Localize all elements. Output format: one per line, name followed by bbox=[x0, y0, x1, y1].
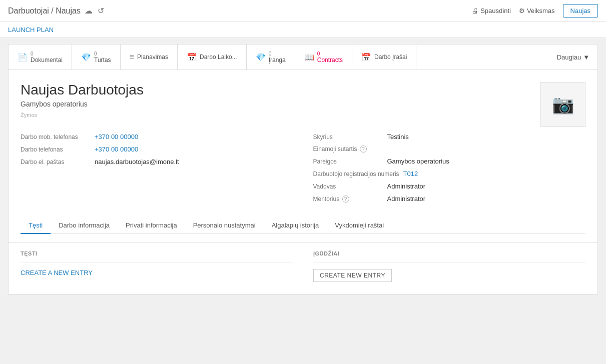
sub-tab-privati[interactable]: Privati informacija bbox=[118, 218, 185, 234]
tab-dokumentai[interactable]: 📄 0 Dokumentai bbox=[9, 44, 72, 70]
top-bar: Darbuotojai / Naujas ☁ ↺ 🖨 Spausdinti ⚙ … bbox=[0, 0, 606, 22]
tab-darbo-laikas[interactable]: 📅 Darbo Laiko... bbox=[178, 44, 247, 70]
tab-navigation: 📄 0 Dokumentai 💎 0 Turtas ≡ Planavimas 📅… bbox=[8, 44, 598, 70]
employee-left: Naujas Darbuotojas Gamybos operatorius Ž… bbox=[21, 82, 144, 124]
mentorius-value: Administrator bbox=[387, 195, 426, 202]
tab-contracts[interactable]: 📖 0 Contracts bbox=[295, 44, 352, 70]
launch-bar: LAUNCH PLAN bbox=[0, 22, 606, 38]
gear-icon: ⚙ bbox=[519, 7, 525, 14]
field-skyrius: Skyrius Testinis bbox=[313, 133, 586, 140]
field-mentorius: Mentorius ? Administrator bbox=[313, 195, 586, 202]
vadovas-value: Administrator bbox=[387, 182, 426, 190]
tags-label: Žymos bbox=[21, 112, 144, 118]
employee-card: Naujas Darbuotojas Gamybos operatorius Ž… bbox=[8, 70, 598, 242]
field-email: Darbo el. paštas naujas.darbuotojas@imon… bbox=[21, 158, 293, 166]
fields-left: Darbo mob. telefonas +370 00 00000 Darbo… bbox=[21, 133, 293, 208]
skyrius-value: Testinis bbox=[387, 133, 409, 140]
photo-placeholder[interactable]: 📷 bbox=[540, 82, 585, 127]
sutartis-help-icon[interactable]: ? bbox=[360, 146, 367, 152]
field-reg-numeris: Darbuotojo registracijos numeris T012 bbox=[313, 170, 586, 178]
email-value: naujas.darbuotojas@imone.lt bbox=[95, 158, 179, 166]
action-link[interactable]: ⚙ Veiksmas bbox=[519, 7, 555, 14]
field-pareigos: Pareigos Gamybos operatorius bbox=[313, 158, 586, 165]
planning-icon: ≡ bbox=[130, 52, 134, 62]
launch-plan-link[interactable]: LAUNCH PLAN bbox=[8, 26, 54, 34]
pareigos-value: Gamybos operatorius bbox=[387, 158, 449, 165]
camera-icon: 📷 bbox=[552, 94, 574, 115]
field-work-phone: Darbo telefonas +370 00 00000 bbox=[21, 146, 293, 153]
cloud-icon[interactable]: ☁ bbox=[85, 6, 93, 16]
reg-numeris-value[interactable]: T012 bbox=[403, 170, 418, 178]
tab-turtas[interactable]: 💎 0 Turtas bbox=[72, 44, 121, 70]
igudžiai-divider bbox=[313, 262, 585, 263]
fields-right: Skyrius Testinis Einamoji sutartis ? Par… bbox=[313, 133, 586, 208]
mob-phone-value[interactable]: +370 00 00000 bbox=[95, 133, 138, 140]
tab-iranga[interactable]: 💎 0 Įranga bbox=[247, 44, 295, 70]
top-bar-right: 🖨 Spausdinti ⚙ Veiksmas Naujas bbox=[472, 4, 598, 18]
contracts-icon: 📖 bbox=[304, 52, 314, 62]
tab-planavimas[interactable]: ≡ Planavimas bbox=[121, 44, 178, 70]
create-igudžiai-button[interactable]: CREATE NEW ENTRY bbox=[313, 269, 392, 282]
tab-darbo-irasai[interactable]: 📅 Darbo Įrašai bbox=[352, 44, 416, 70]
records-icon: 📅 bbox=[361, 52, 371, 62]
calendar-icon: 📅 bbox=[187, 52, 197, 62]
testi-title: TĘSTI bbox=[21, 250, 293, 256]
employee-main-info: Naujas Darbuotojas Gamybos operatorius Ž… bbox=[21, 82, 585, 127]
print-link[interactable]: 🖨 Spausdinti bbox=[472, 7, 511, 14]
equipment-icon: 💎 bbox=[256, 52, 266, 62]
breadcrumb: Darbuotojai / Naujas bbox=[8, 6, 81, 16]
sub-tab-algalapiu[interactable]: Algalapių istorija bbox=[264, 218, 327, 234]
asset-icon: 💎 bbox=[81, 52, 91, 62]
refresh-icon[interactable]: ↺ bbox=[98, 6, 104, 16]
printer-icon: 🖨 bbox=[472, 7, 478, 14]
chevron-down-icon: ▼ bbox=[583, 54, 589, 61]
field-mob-phone: Darbo mob. telefonas +370 00 00000 bbox=[21, 133, 293, 140]
section-igudžiai: ĮGŪDŽIAI CREATE NEW ENTRY bbox=[303, 250, 585, 282]
more-label: Daugiau bbox=[557, 54, 581, 61]
top-bar-left: Darbuotojai / Naujas ☁ ↺ bbox=[8, 6, 104, 16]
igudžiai-title: ĮGŪDŽIAI bbox=[313, 250, 585, 256]
sub-tabs: Tęsti Darbo informacija Privati informac… bbox=[21, 218, 585, 234]
top-bar-icons: ☁ ↺ bbox=[85, 6, 104, 16]
main-content: 📄 0 Dokumentai 💎 0 Turtas ≡ Planavimas 📅… bbox=[0, 38, 606, 300]
sub-tab-personalo[interactable]: Personalo nustatymai bbox=[185, 218, 264, 234]
field-vadovas: Vadovas Administrator bbox=[313, 182, 586, 190]
testi-divider bbox=[21, 262, 293, 263]
sub-tab-testi[interactable]: Tęsti bbox=[21, 218, 51, 234]
work-phone-value[interactable]: +370 00 00000 bbox=[95, 146, 138, 153]
two-column-layout: TĘSTI CREATE A NEW ENTRY ĮGŪDŽIAI CREATE… bbox=[21, 250, 585, 282]
sub-tab-darbo-info[interactable]: Darbo informacija bbox=[51, 218, 118, 234]
field-sutartis: Einamoji sutartis ? bbox=[313, 146, 586, 152]
fields-section: Darbo mob. telefonas +370 00 00000 Darbo… bbox=[21, 133, 585, 208]
new-button[interactable]: Naujas bbox=[563, 4, 598, 18]
create-testi-link[interactable]: CREATE A NEW ENTRY bbox=[21, 269, 93, 276]
section-testi: TĘSTI CREATE A NEW ENTRY bbox=[21, 250, 303, 282]
sub-tab-vykdomieji[interactable]: Vykdomieji raštai bbox=[327, 218, 392, 234]
employee-name: Naujas Darbuotojas bbox=[21, 82, 144, 98]
content-sections: TĘSTI CREATE A NEW ENTRY ĮGŪDŽIAI CREATE… bbox=[8, 242, 598, 294]
document-icon: 📄 bbox=[18, 52, 28, 62]
job-title: Gamybos operatorius bbox=[21, 100, 144, 108]
more-tabs[interactable]: Daugiau ▼ bbox=[549, 44, 597, 70]
mentorius-help-icon[interactable]: ? bbox=[342, 196, 349, 202]
